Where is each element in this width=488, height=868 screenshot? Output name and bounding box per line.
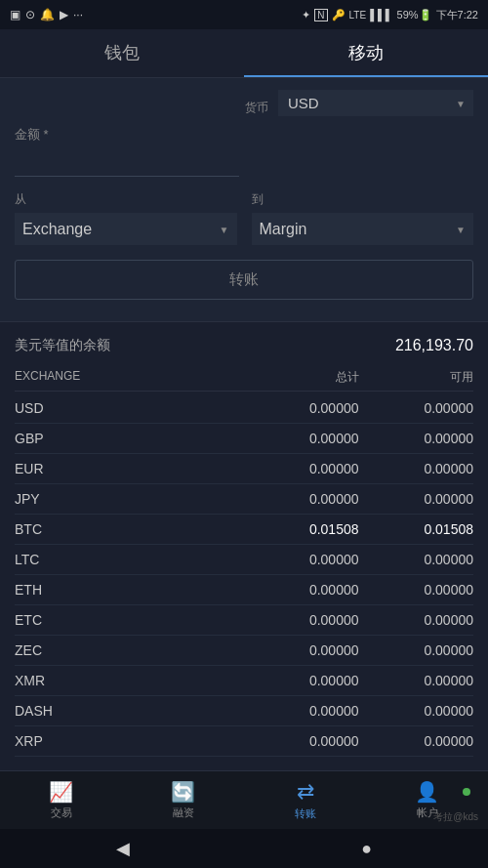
table-row: USD 0.00000 0.00000 <box>15 393 473 424</box>
available-cell: 0.00000 <box>359 703 474 719</box>
balance-value: 216,193.70 <box>395 337 473 354</box>
finance-icon: 🔄 <box>171 780 195 804</box>
nav-finance[interactable]: 🔄 融资 <box>122 780 244 820</box>
from-label: 从 <box>15 191 237 208</box>
total-cell: 0.00000 <box>244 733 359 749</box>
time: 下午7:22 <box>436 8 478 22</box>
currency-cell: GBP <box>15 431 244 446</box>
icon-key: 🔑 <box>332 9 346 21</box>
to-group: 到 Margin Exchange <box>252 191 474 245</box>
amount-row: 金额 * <box>15 126 473 177</box>
available-cell: 0.00000 <box>359 491 474 507</box>
available-cell: 0.00000 <box>359 461 474 476</box>
currency-cell: EUR <box>15 461 244 476</box>
from-to-row: 从 Exchange Margin 到 Margin Exchange <box>15 191 473 245</box>
status-left-icons: ▣ ⊙ 🔔 ▶ ··· <box>10 8 83 21</box>
icon-bell: 🔔 <box>40 8 55 21</box>
home-button[interactable]: ● <box>361 839 372 859</box>
col-available-header: 可用 <box>359 369 474 386</box>
currency-select[interactable]: USD BTC ETH EUR <box>278 90 473 116</box>
trade-icon: 📈 <box>49 780 73 804</box>
available-cell: 0.00000 <box>359 582 474 598</box>
status-right-icons: ✦ N 🔑 LTE ▌▌▌ 59%🔋 下午7:22 <box>302 8 478 22</box>
currency-cell: XRP <box>15 733 244 749</box>
total-cell: 0.00000 <box>244 642 359 658</box>
battery: 59%🔋 <box>397 9 432 21</box>
available-cell: 0.00000 <box>359 431 474 446</box>
available-cell: 0.00000 <box>359 642 474 658</box>
total-cell: 0.00000 <box>244 673 359 688</box>
table-row: XRP 0.00000 0.00000 <box>15 726 473 757</box>
col-total-header: 总计 <box>244 369 359 386</box>
col-exchange-header: EXCHANGE <box>15 369 244 386</box>
amount-input[interactable] <box>15 148 239 177</box>
total-cell: 0.00000 <box>244 431 359 446</box>
icon-lte: LTE <box>349 10 367 21</box>
icon-app: ⊙ <box>25 8 35 21</box>
table-body: USD 0.00000 0.00000 GBP 0.00000 0.00000 … <box>15 393 473 757</box>
currency-cell: XMR <box>15 673 244 688</box>
form-section: 货币 USD BTC ETH EUR 金额 * 从 Exchange Margi… <box>0 78 488 321</box>
table-row: XMR 0.00000 0.00000 <box>15 666 473 696</box>
currency-cell: USD <box>15 400 244 416</box>
available-cell: 0.00000 <box>359 552 474 567</box>
back-button[interactable]: ◀ <box>116 838 130 859</box>
to-label: 到 <box>252 191 474 208</box>
currency-row: 货币 USD BTC ETH EUR <box>15 90 473 116</box>
total-cell: 0.00000 <box>244 582 359 598</box>
currency-cell: ZEC <box>15 642 244 658</box>
system-nav: ◀ ● 考拉@kds <box>0 829 488 868</box>
nav-trade[interactable]: 📈 交易 <box>0 780 122 820</box>
from-group: 从 Exchange Margin <box>15 191 237 245</box>
balance-label: 美元等值的余额 <box>15 337 110 354</box>
trade-label: 交易 <box>51 806 72 820</box>
total-cell: 0.00000 <box>244 552 359 567</box>
icon-play: ▶ <box>60 8 68 21</box>
table-row: EUR 0.00000 0.00000 <box>15 454 473 484</box>
total-cell: 0.00000 <box>244 400 359 416</box>
total-cell: 0.00000 <box>244 461 359 476</box>
transfer-icon: ⇄ <box>297 779 314 805</box>
currency-select-wrapper: USD BTC ETH EUR <box>278 90 473 116</box>
icon-bluetooth: ✦ <box>302 9 310 21</box>
currency-label: 货币 <box>245 100 268 116</box>
total-cell: 0.00000 <box>244 612 359 628</box>
table-row: ZEC 0.00000 0.00000 <box>15 636 473 666</box>
available-cell: 0.01508 <box>359 521 474 537</box>
status-bar: ▣ ⊙ 🔔 ▶ ··· ✦ N 🔑 LTE ▌▌▌ 59%🔋 下午7:22 <box>0 0 488 29</box>
currency-cell: ETC <box>15 612 244 628</box>
table-section: EXCHANGE 总计 可用 USD 0.00000 0.00000 GBP 0… <box>0 364 488 788</box>
tab-wallet[interactable]: 钱包 <box>0 29 244 77</box>
currency-cell: BTC <box>15 521 244 537</box>
tab-bar: 钱包 移动 <box>0 29 488 78</box>
transfer-button[interactable]: 转账 <box>15 260 473 300</box>
account-icon: 👤 <box>415 780 439 804</box>
to-select-wrapper: Margin Exchange <box>252 213 474 245</box>
table-row: GBP 0.00000 0.00000 <box>15 424 473 454</box>
total-cell: 0.00000 <box>244 491 359 507</box>
nav-transfer[interactable]: ⇄ 转账 <box>244 779 366 821</box>
signal-bars: ▌▌▌ <box>370 9 392 21</box>
table-row: DASH 0.00000 0.00000 <box>15 696 473 726</box>
available-cell: 0.00000 <box>359 612 474 628</box>
table-row: JPY 0.00000 0.00000 <box>15 484 473 515</box>
tab-move[interactable]: 移动 <box>244 29 488 77</box>
amount-label: 金额 * <box>15 126 473 144</box>
transfer-label: 转账 <box>295 806 316 821</box>
currency-cell: JPY <box>15 491 244 507</box>
icon-dots: ··· <box>73 8 83 21</box>
currency-cell: DASH <box>15 703 244 719</box>
finance-label: 融资 <box>173 806 194 820</box>
total-cell: 0.01508 <box>244 521 359 537</box>
icon-nfc: N <box>314 9 327 21</box>
table-row: ETH 0.00000 0.00000 <box>15 575 473 605</box>
total-cell: 0.00000 <box>244 703 359 719</box>
from-select-wrapper: Exchange Margin <box>15 213 237 245</box>
icon-menu: ▣ <box>10 8 20 21</box>
transfer-btn-row: 转账 <box>15 260 473 300</box>
currency-cell: ETH <box>15 582 244 598</box>
to-select[interactable]: Margin Exchange <box>252 213 474 245</box>
table-row: ETC 0.00000 0.00000 <box>15 605 473 636</box>
from-select[interactable]: Exchange Margin <box>15 213 237 245</box>
balance-section: 美元等值的余额 216,193.70 <box>0 321 488 364</box>
